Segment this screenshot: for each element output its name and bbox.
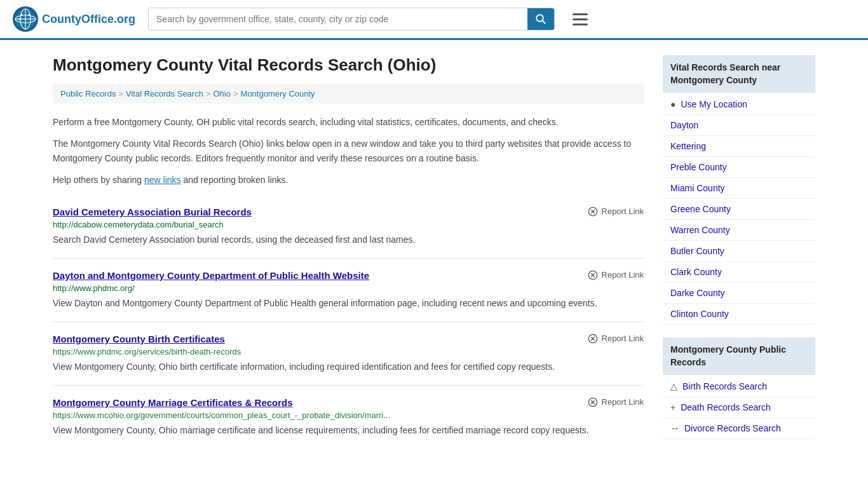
new-links[interactable]: new links xyxy=(144,175,181,185)
record-title[interactable]: David Cemetery Association Burial Record… xyxy=(53,207,252,217)
nearby-link[interactable]: Kettering xyxy=(670,141,706,151)
record-item: Montgomery County Birth Certificates Rep… xyxy=(53,322,644,385)
sidebar-item-butler-county[interactable]: Butler County xyxy=(663,241,815,262)
record-item: David Cemetery Association Burial Record… xyxy=(53,195,644,258)
sidebar-item-clinton-county[interactable]: Clinton County xyxy=(663,304,815,325)
report-link-button[interactable]: Report Link xyxy=(588,270,644,280)
sidebar-item-birth-records[interactable]: △ Birth Records Search xyxy=(663,376,815,397)
sidebar-item-use-my-location[interactable]: ● Use My Location xyxy=(663,94,815,115)
logo-icon xyxy=(13,6,38,32)
sidebar-public-records-header: Montgomery County Public Records xyxy=(663,337,815,375)
report-link-button[interactable]: Report Link xyxy=(588,334,644,344)
sidebar-item-kettering[interactable]: Kettering xyxy=(663,136,815,157)
nearby-link[interactable]: Clinton County xyxy=(670,309,729,319)
breadcrumb: Public Records > Vital Records Search > … xyxy=(53,84,644,104)
report-link-button[interactable]: Report Link xyxy=(588,397,644,407)
nearby-link[interactable]: Warren County xyxy=(670,225,730,235)
header: CountyOffice.org xyxy=(0,0,868,40)
record-url: http://dcabow.cemeterydata.com/burial_se… xyxy=(53,220,644,229)
location-icon: ● xyxy=(670,99,675,109)
breadcrumb-ohio[interactable]: Ohio xyxy=(214,89,231,98)
sidebar-item-clark-county[interactable]: Clark County xyxy=(663,262,815,283)
report-icon xyxy=(588,334,598,344)
cross-icon: + xyxy=(670,402,675,412)
sidebar-item-greene-county[interactable]: Greene County xyxy=(663,199,815,220)
nearby-link[interactable]: Greene County xyxy=(670,204,731,214)
nearby-link[interactable]: Use My Location xyxy=(681,99,747,109)
nearby-link[interactable]: Clark County xyxy=(670,267,722,277)
search-input[interactable] xyxy=(149,9,527,29)
public-records-link[interactable]: Divorce Records Search xyxy=(684,423,781,433)
sidebar-item-divorce-records[interactable]: ↔ Divorce Records Search xyxy=(663,418,815,439)
record-title[interactable]: Montgomery County Birth Certificates xyxy=(53,334,225,344)
logo[interactable]: CountyOffice.org xyxy=(13,6,135,32)
breadcrumb-sep: > xyxy=(233,89,238,98)
record-item: Dayton and Montgomery County Department … xyxy=(53,258,644,322)
nearby-link[interactable]: Dayton xyxy=(670,120,698,130)
svg-line-10 xyxy=(543,21,545,24)
sidebar: Vital Records Search near Montgomery Cou… xyxy=(663,55,815,452)
sidebar-item-dayton[interactable]: Dayton xyxy=(663,115,815,136)
record-item: Montgomery County Marriage Certificates … xyxy=(53,385,644,449)
report-icon xyxy=(588,397,598,407)
breadcrumb-vital-records[interactable]: Vital Records Search xyxy=(126,89,203,98)
sidebar-item-miami-county[interactable]: Miami County xyxy=(663,178,815,199)
record-desc: Search David Cemetery Association burial… xyxy=(53,233,644,247)
divorce-icon: ↔ xyxy=(670,423,679,433)
record-url: http://www.phdmc.org/ xyxy=(53,283,644,293)
report-icon xyxy=(588,270,598,280)
page-title: Montgomery County Vital Records Search (… xyxy=(53,55,644,75)
menu-line xyxy=(573,24,588,25)
main-content: Montgomery County Vital Records Search (… xyxy=(53,55,644,452)
report-icon xyxy=(588,207,598,217)
search-button[interactable] xyxy=(527,8,554,30)
search-area xyxy=(148,8,555,30)
menu-line xyxy=(573,18,588,20)
sidebar-item-preble-county[interactable]: Preble County xyxy=(663,157,815,178)
record-header: David Cemetery Association Burial Record… xyxy=(53,207,644,217)
record-url: https://www.mcohio.org/government/courts… xyxy=(53,410,644,420)
record-title[interactable]: Dayton and Montgomery County Department … xyxy=(53,270,369,281)
menu-line xyxy=(573,13,588,15)
record-header: Montgomery County Birth Certificates Rep… xyxy=(53,334,644,344)
breadcrumb-sep: > xyxy=(118,89,123,98)
sidebar-nearby-header: Vital Records Search near Montgomery Cou… xyxy=(663,55,815,93)
sidebar-nearby-list: ● Use My Location Dayton Kettering Prebl… xyxy=(663,94,815,325)
sidebar-item-death-records[interactable]: + Death Records Search xyxy=(663,397,815,418)
record-desc: View Dayton and Montgomery County Depart… xyxy=(53,297,644,310)
sidebar-public-records-list: △ Birth Records Search + Death Records S… xyxy=(663,376,815,439)
svg-point-7 xyxy=(29,14,31,16)
description-1: Perform a free Montgomery County, OH pub… xyxy=(53,115,644,129)
record-desc: View Montgomery County, Ohio birth certi… xyxy=(53,360,644,374)
person-icon: △ xyxy=(670,381,677,391)
record-header: Montgomery County Marriage Certificates … xyxy=(53,397,644,408)
nearby-link[interactable]: Miami County xyxy=(670,183,725,193)
description-2: The Montgomery County Vital Records Sear… xyxy=(53,137,644,165)
report-link-button[interactable]: Report Link xyxy=(588,207,644,217)
svg-point-6 xyxy=(21,14,23,16)
record-desc: View Montgomery County, Ohio marriage ce… xyxy=(53,424,644,437)
nearby-link[interactable]: Preble County xyxy=(670,162,727,172)
public-records-link[interactable]: Death Records Search xyxy=(681,402,771,412)
nearby-link[interactable]: Butler County xyxy=(670,246,724,256)
sidebar-item-darke-county[interactable]: Darke County xyxy=(663,283,815,304)
record-header: Dayton and Montgomery County Department … xyxy=(53,270,644,281)
records-list: David Cemetery Association Burial Record… xyxy=(53,195,644,449)
nearby-link[interactable]: Darke County xyxy=(670,288,725,298)
description-3: Help others by sharing new links and rep… xyxy=(53,173,644,187)
sidebar-item-warren-county[interactable]: Warren County xyxy=(663,220,815,241)
content-wrapper: Montgomery County Vital Records Search (… xyxy=(40,40,828,467)
breadcrumb-montgomery[interactable]: Montgomery County xyxy=(241,89,315,98)
record-url: https://www.phdmc.org/services/birth-dea… xyxy=(53,347,644,356)
breadcrumb-sep: > xyxy=(206,89,211,98)
public-records-link[interactable]: Birth Records Search xyxy=(682,381,767,391)
search-icon xyxy=(535,13,546,25)
svg-point-8 xyxy=(19,18,21,20)
menu-button[interactable] xyxy=(567,11,593,28)
record-title[interactable]: Montgomery County Marriage Certificates … xyxy=(53,397,293,408)
logo-text: CountyOffice.org xyxy=(42,13,135,26)
breadcrumb-public-records[interactable]: Public Records xyxy=(60,89,116,98)
